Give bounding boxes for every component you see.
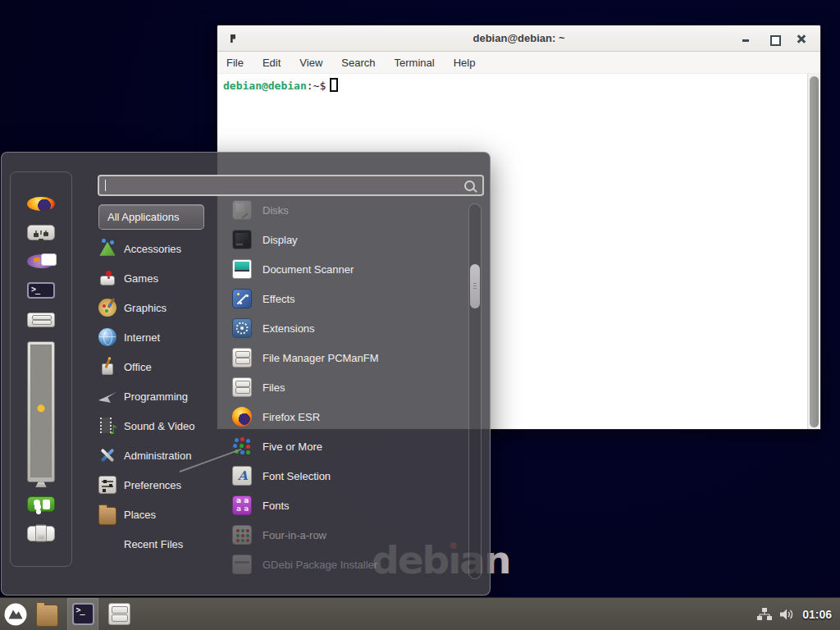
shut-down-icon[interactable] xyxy=(27,526,55,541)
category-programming[interactable]: Programming xyxy=(98,381,230,411)
accessories-icon xyxy=(98,240,116,258)
menu-search-box[interactable] xyxy=(98,175,484,196)
category-administration[interactable]: Administration xyxy=(98,441,230,470)
category-places[interactable]: Places xyxy=(98,500,230,529)
app-file-manager-pcmanfm[interactable]: File Manager PCManFM xyxy=(232,343,465,372)
menu-help[interactable]: Help xyxy=(454,57,476,69)
firefox-icon[interactable] xyxy=(27,197,55,212)
terminal-scrollbar-thumb[interactable] xyxy=(810,76,819,427)
category-recent-files[interactable]: Recent Files xyxy=(98,529,230,559)
app-four-in-a-row[interactable]: Four-in-a-row xyxy=(232,520,465,550)
category-graphics[interactable]: Graphics xyxy=(98,293,230,322)
effects-icon xyxy=(232,289,252,308)
display-icon xyxy=(232,230,252,249)
file-cabinet-icon xyxy=(108,603,130,625)
menu-view[interactable]: View xyxy=(299,57,322,69)
app-label: Display xyxy=(262,234,298,246)
sound-video-icon xyxy=(98,417,116,435)
four-in-a-row-icon xyxy=(232,525,252,545)
graphics-icon xyxy=(98,299,116,317)
category-label: Preferences xyxy=(124,479,181,491)
application-list: DisksDisplayDocument ScannerEffectsExten… xyxy=(232,195,465,579)
app-label: Font Selection xyxy=(262,470,331,482)
network-icon[interactable] xyxy=(757,607,772,621)
category-all-applications[interactable]: All Applications xyxy=(98,204,204,230)
app-five-or-more[interactable]: Five or More xyxy=(232,431,465,461)
app-font-selection[interactable]: Font Selection xyxy=(232,461,465,491)
taskbar-window-file-cabinet[interactable] xyxy=(103,598,135,630)
app-gdebi-package-installer[interactable]: GDebi Package Installer xyxy=(232,550,465,579)
file-cabinet-icon xyxy=(232,348,252,368)
category-label: Administration xyxy=(124,450,191,462)
pidgin-icon[interactable] xyxy=(27,254,55,269)
app-label: Files xyxy=(262,381,285,394)
menu-terminal[interactable]: Terminal xyxy=(395,57,435,69)
close-icon[interactable] xyxy=(792,30,810,47)
category-label: Internet xyxy=(124,331,160,344)
app-document-scanner[interactable]: Document Scanner xyxy=(232,254,465,284)
category-accessories[interactable]: Accessories xyxy=(98,234,230,263)
app-firefox-esr[interactable]: Firefox ESR xyxy=(232,402,465,431)
fonts-icon xyxy=(232,495,252,515)
office-icon xyxy=(98,358,116,376)
menu-file[interactable]: File xyxy=(226,57,244,69)
app-label: File Manager PCManFM xyxy=(262,352,379,364)
category-label: Graphics xyxy=(124,302,167,314)
terminal-titlebar[interactable]: debian@debian: ~ xyxy=(217,25,820,52)
search-input[interactable] xyxy=(99,176,464,194)
category-office[interactable]: Office xyxy=(98,352,230,381)
category-label: Games xyxy=(124,272,158,285)
app-files[interactable]: Files xyxy=(232,372,465,402)
terminal-scrollbar[interactable] xyxy=(807,74,820,430)
prompt-user-host: debian@debian xyxy=(223,80,307,92)
app-label: Five or More xyxy=(262,441,322,453)
settings-icon[interactable] xyxy=(27,225,55,240)
app-fonts[interactable]: Fonts xyxy=(232,491,465,520)
folder-icon xyxy=(36,605,58,627)
taskbar-window-folder[interactable] xyxy=(31,598,62,630)
clock[interactable]: 01:06 xyxy=(802,608,832,621)
app-label: Document Scanner xyxy=(262,263,354,276)
gdebi-icon xyxy=(232,555,252,574)
minimize-icon[interactable] xyxy=(737,30,755,47)
menu-edit[interactable]: Edit xyxy=(262,57,281,69)
file-cabinet-icon xyxy=(232,377,252,397)
category-sound-video[interactable]: Sound & Video xyxy=(98,411,230,441)
app-disks[interactable]: Disks xyxy=(232,195,465,225)
preferences-icon xyxy=(98,476,116,494)
category-label: Places xyxy=(124,509,156,521)
category-internet[interactable]: Internet xyxy=(98,322,230,352)
category-preferences[interactable]: Preferences xyxy=(98,470,230,500)
menu-logo-icon xyxy=(3,602,28,627)
volume-icon[interactable] xyxy=(779,608,795,621)
menu-button[interactable] xyxy=(0,598,31,630)
app-display[interactable]: Display xyxy=(232,225,465,254)
administration-icon xyxy=(98,446,116,464)
file-cabinet-icon[interactable] xyxy=(27,313,55,328)
app-label: Effects xyxy=(262,293,295,305)
maximize-icon[interactable] xyxy=(765,30,783,47)
app-label: Firefox ESR xyxy=(262,411,320,423)
terminal-icon[interactable] xyxy=(27,282,55,298)
app-effects[interactable]: Effects xyxy=(232,284,465,313)
terminal-icon xyxy=(72,603,94,625)
search-caret xyxy=(105,180,106,191)
system-tray: 01:06 xyxy=(757,607,840,621)
lock-screen-icon[interactable] xyxy=(27,341,55,482)
app-extensions[interactable]: Extensions xyxy=(232,313,465,343)
taskbar-window-terminal[interactable] xyxy=(67,598,98,630)
app-list-scrollbar-thumb[interactable] xyxy=(470,264,480,308)
category-games[interactable]: Games xyxy=(98,263,230,293)
disks-icon xyxy=(232,200,252,220)
menu-search[interactable]: Search xyxy=(341,57,375,69)
category-list: All ApplicationsAccessoriesGamesGraphics… xyxy=(98,204,230,559)
category-label: Sound & Video xyxy=(124,420,195,432)
log-out-icon[interactable] xyxy=(27,496,55,512)
programming-icon xyxy=(98,387,116,405)
app-label: GDebi Package Installer xyxy=(262,559,377,571)
app-list-scrollbar[interactable] xyxy=(468,203,482,579)
app-label: Fonts xyxy=(262,500,290,512)
app-label: Disks xyxy=(262,204,289,217)
document-scanner-icon xyxy=(232,259,252,279)
terminal-menubar: FileEditViewSearchTerminalHelp xyxy=(217,52,820,74)
